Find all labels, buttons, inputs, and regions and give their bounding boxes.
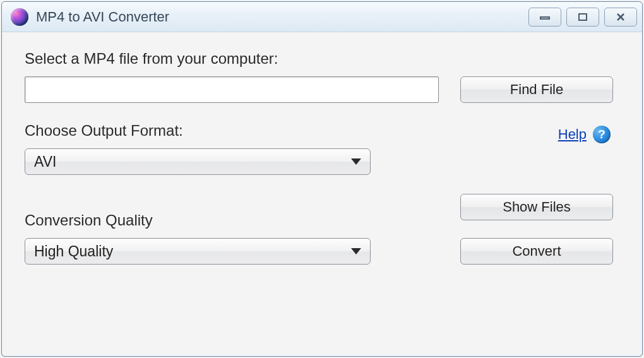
maximize-icon <box>577 13 588 21</box>
chevron-down-icon <box>351 248 361 254</box>
close-icon <box>616 13 626 21</box>
chevron-down-icon <box>351 158 361 165</box>
find-file-button[interactable]: Find File <box>460 76 613 103</box>
output-format-value: AVI <box>34 153 351 170</box>
select-file-label: Select a MP4 file from your computer: <box>25 50 619 68</box>
titlebar: MP4 to AVI Converter <box>2 2 642 32</box>
conversion-quality-label: Conversion Quality <box>25 212 441 229</box>
window-title: MP4 to AVI Converter <box>36 9 528 25</box>
quality-select[interactable]: High Quality <box>25 238 371 265</box>
minimize-button[interactable] <box>528 8 561 27</box>
close-button[interactable] <box>604 8 637 27</box>
app-icon <box>11 8 28 26</box>
content-area: Select a MP4 file from your computer: Fi… <box>2 32 642 277</box>
show-files-button[interactable]: Show Files <box>460 194 613 220</box>
output-format-section: Choose Output Format: AVI Help ? <box>25 122 619 175</box>
svg-rect-1 <box>579 14 587 20</box>
convert-button[interactable]: Convert <box>460 238 613 265</box>
svg-rect-0 <box>540 17 549 19</box>
quality-value: High Quality <box>34 243 351 260</box>
maximize-button[interactable] <box>566 8 599 27</box>
minimize-icon <box>539 13 551 21</box>
help-area: Help ? <box>460 126 613 143</box>
help-link[interactable]: Help <box>558 126 587 143</box>
file-select-section: Select a MP4 file from your computer: Fi… <box>25 50 619 103</box>
file-path-input[interactable] <box>25 76 439 103</box>
application-window: MP4 to AVI Converter Select a MP4 file f… <box>1 1 643 357</box>
output-format-label: Choose Output Format: <box>25 122 441 140</box>
help-icon[interactable]: ? <box>593 126 611 143</box>
output-format-select[interactable]: AVI <box>25 148 371 175</box>
window-controls <box>528 8 637 27</box>
quality-section: Conversion Quality High Quality Show Fil… <box>25 194 619 265</box>
